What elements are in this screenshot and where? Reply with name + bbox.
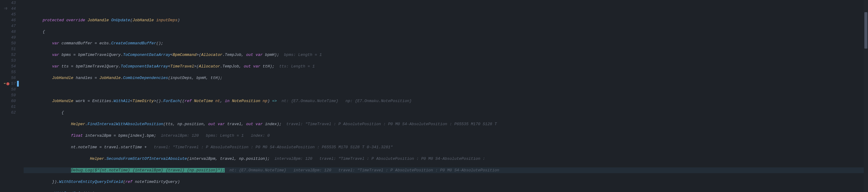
gutter-line: 61: [0, 104, 16, 110]
code-line[interactable]: [24, 87, 868, 92]
gutter-line: 47: [0, 23, 16, 29]
breakpoint-icon[interactable]: [6, 82, 9, 85]
code-line[interactable]: protected override JobHandle OnUpdate(Jo…: [24, 17, 868, 23]
gutter-line: 56: [0, 75, 16, 81]
scrollbar-thumb[interactable]: [864, 12, 867, 49]
inline-hint: bpms: Length = 1: [279, 53, 322, 57]
code-line[interactable]: {: [24, 110, 868, 115]
code-line[interactable]: var commandBuffer = ecbs.CreateCommandBu…: [24, 40, 868, 46]
code-line[interactable]: nt.noteTime = travel.startTime + travel:…: [24, 144, 868, 150]
code-line[interactable]: var bpms = bpmTimeTravelQuery.ToComponen…: [24, 52, 868, 58]
gutter-line: 50: [0, 40, 16, 46]
code-line[interactable]: float intervalBpm = bpms[index].bpm; int…: [24, 133, 868, 139]
code-line[interactable]: .WithReadOnly(tts): [24, 190, 868, 192]
gutter-line: 54: [0, 63, 16, 69]
code-line[interactable]: Helper.SecondsFromStartOfIntervalAbsolut…: [24, 156, 868, 162]
gutter-line: 45: [0, 11, 16, 17]
code-area[interactable]: protected override JobHandle OnUpdate(Jo…: [21, 0, 868, 192]
code-line[interactable]: {: [24, 29, 868, 35]
code-line[interactable]: Helper.FindIntervalWithAbsolutePosition(…: [24, 121, 868, 127]
gutter-line: ↑0 44: [0, 6, 16, 11]
debug-statement-highlight: Debug.Log($"{nt.noteTime} {intervalBpm} …: [71, 168, 225, 172]
gutter-line: 46: [0, 17, 16, 23]
inline-hint: travel: "TimeTravel : P AbsolutePosition…: [281, 122, 497, 127]
gutter-line: 43: [0, 0, 16, 6]
execution-pointer-icon: ➔: [4, 81, 6, 87]
gutter-line: 59: [0, 92, 16, 98]
gutter-line: 52: [0, 52, 16, 58]
vertical-scrollbar[interactable]: [864, 0, 868, 192]
gutter[interactable]: 43 ↑0 44 45 46 47 48 49 50 51 52 53 54 5…: [0, 0, 21, 192]
gutter-line: 49: [0, 35, 16, 40]
code-line[interactable]: }).WithStoreEntityQueryInField(ref noteT…: [24, 179, 868, 185]
references-icon[interactable]: ↑0: [4, 6, 7, 11]
gutter-line: 62: [0, 110, 16, 115]
gutter-line[interactable]: ➔ 57: [0, 81, 16, 87]
current-line-marker: [17, 81, 19, 87]
code-line-current[interactable]: Debug.Log($"{nt.noteTime} {intervalBpm} …: [24, 167, 868, 173]
inline-hint: travel: "TimeTravel : P AbsolutePosition…: [147, 145, 393, 149]
inline-hint: nt: {E7.Onmaku.NoteTime} intervalBpm: 12…: [225, 168, 499, 172]
gutter-line: 51: [0, 46, 16, 52]
code-line[interactable]: var tts = bpmTimeTravelQuery.ToComponent…: [24, 63, 868, 69]
code-line[interactable]: [24, 6, 868, 11]
inline-hint: intervalBpm: 120 travel: "TimeTravel : P…: [270, 157, 485, 161]
code-line[interactable]: JobHandle work = Entities.WithAll<TimeDi…: [24, 98, 868, 104]
code-editor[interactable]: 43 ↑0 44 45 46 47 48 49 50 51 52 53 54 5…: [0, 0, 868, 192]
gutter-line: 58: [0, 87, 16, 92]
gutter-line: 48: [0, 29, 16, 35]
gutter-line: 55: [0, 69, 16, 75]
code-line[interactable]: JobHandle handles = JobHandle.CombineDep…: [24, 75, 868, 81]
inline-hint: intervalBpm: 120 bpms: Length = 1 index:…: [156, 133, 270, 138]
gutter-line: 53: [0, 58, 16, 63]
inline-hint: nt: {E7.Onmaku.NoteTime} np: {E7.Onmaku.…: [277, 99, 412, 103]
gutter-line: 60: [0, 98, 16, 104]
inline-hint: tts: Length = 1: [275, 64, 315, 68]
